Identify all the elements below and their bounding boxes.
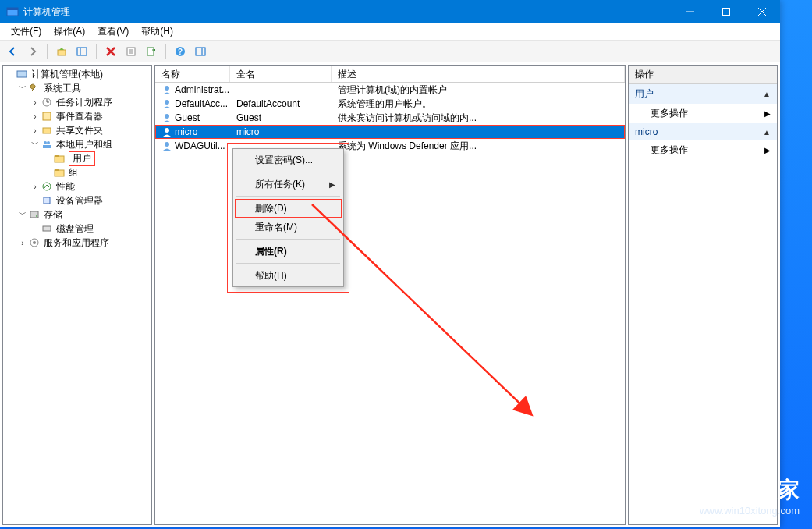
menu-file[interactable]: 文件(F) — [5, 23, 48, 40]
chevron-right-icon: ▶ — [764, 109, 771, 118]
up-button[interactable] — [52, 42, 71, 61]
chevron-right-icon: ▶ — [329, 180, 335, 189]
watermark: Win10之家 www.win10xitong.com — [662, 475, 800, 517]
svg-rect-29 — [55, 170, 64, 176]
tree-services-apps[interactable]: ›服务和应用程序 — [3, 236, 151, 250]
ctx-sep — [236, 239, 340, 240]
toolbar-sep — [47, 44, 48, 59]
toolbar-sep — [96, 44, 97, 59]
menu-help[interactable]: 帮助(H) — [135, 23, 179, 40]
svg-rect-26 — [43, 145, 51, 148]
properties-button[interactable] — [122, 42, 140, 61]
svg-point-42 — [165, 142, 169, 147]
svg-rect-7 — [77, 48, 87, 55]
users-icon — [41, 138, 53, 151]
folder-icon — [53, 166, 66, 179]
windows-logo-icon — [661, 478, 687, 502]
list-row-selected[interactable]: micro micro — [155, 125, 625, 139]
performance-icon — [41, 180, 53, 193]
menubar: 文件(F) 操作(A) 查看(V) 帮助(H) — [0, 23, 780, 41]
actions-group-micro[interactable]: micro▲ — [629, 123, 777, 140]
tree-root[interactable]: 计算机管理(本地) — [3, 67, 151, 81]
tree-shared-folders[interactable]: ›共享文件夹 — [3, 123, 151, 137]
list-row[interactable]: Guest Guest 供来宾访问计算机或访问域的内... — [155, 111, 625, 125]
svg-rect-22 — [43, 112, 51, 120]
svg-rect-15 — [147, 48, 154, 55]
actions-header: 操作 — [629, 66, 777, 84]
svg-rect-28 — [55, 155, 59, 157]
tree-event-viewer[interactable]: ›事件查看器 — [3, 109, 151, 123]
svg-point-25 — [47, 141, 50, 144]
svg-point-38 — [165, 86, 169, 91]
actions-pane: 操作 用户▲ 更多操作▶ micro▲ 更多操作▶ — [628, 65, 778, 525]
tree-storage[interactable]: ﹀存储 — [3, 208, 151, 222]
list-row[interactable]: Administrat... 管理计算机(域)的内置帐户 — [155, 83, 625, 97]
ctx-set-password[interactable]: 设置密码(S)... — [235, 151, 342, 169]
svg-point-41 — [165, 128, 169, 133]
actions-group-users[interactable]: 用户▲ — [629, 84, 777, 104]
app-icon — [6, 5, 19, 18]
actions-more[interactable]: 更多操作▶ — [629, 104, 777, 123]
tree-users[interactable]: 用户 — [3, 151, 151, 165]
svg-rect-23 — [43, 128, 51, 133]
svg-rect-32 — [44, 197, 50, 204]
tree-performance[interactable]: ›性能 — [3, 179, 151, 193]
actions-more[interactable]: 更多操作▶ — [629, 140, 777, 160]
ctx-properties[interactable]: 属性(R) — [235, 242, 342, 261]
maximize-button[interactable] — [708, 0, 744, 23]
tree-system-tools[interactable]: ﹀系统工具 — [3, 81, 151, 95]
list-row[interactable]: WDAGUtil... 系统为 Windows Defender 应用... — [155, 139, 625, 153]
svg-rect-3 — [723, 9, 730, 16]
user-icon — [161, 112, 172, 123]
menu-action[interactable]: 操作(A) — [48, 23, 91, 40]
tree-device-manager[interactable]: 设备管理器 — [3, 193, 151, 208]
svg-rect-27 — [55, 156, 64, 162]
show-actions-button[interactable] — [191, 42, 210, 61]
svg-point-31 — [43, 183, 51, 190]
device-icon — [41, 194, 53, 207]
ctx-help[interactable]: 帮助(H) — [235, 266, 342, 285]
help-button[interactable]: ? — [171, 42, 190, 61]
svg-point-40 — [165, 114, 169, 119]
window-title: 计算机管理 — [23, 5, 672, 19]
col-desc[interactable]: 描述 — [332, 66, 625, 82]
delete-button[interactable] — [101, 42, 120, 61]
export-button[interactable] — [142, 42, 161, 61]
titlebar: 计算机管理 — [0, 0, 780, 23]
col-name[interactable]: 名称 — [155, 66, 230, 82]
computer-icon — [16, 68, 28, 80]
folder-icon — [53, 152, 66, 165]
main-window: 计算机管理 文件(F) 操作(A) 查看(V) 帮助(H) ? 计算机管理(本地… — [0, 0, 780, 527]
svg-rect-18 — [196, 48, 205, 55]
storage-icon — [28, 208, 41, 221]
ctx-sep — [236, 172, 340, 172]
nav-back-button[interactable] — [3, 42, 22, 61]
menu-view[interactable]: 查看(V) — [91, 23, 135, 40]
tree-disk-mgmt[interactable]: 磁盘管理 — [3, 222, 151, 236]
tree-task-scheduler[interactable]: ›任务计划程序 — [3, 95, 151, 109]
svg-point-34 — [36, 215, 37, 217]
svg-rect-30 — [55, 169, 59, 171]
show-hide-tree-button[interactable] — [73, 42, 91, 61]
svg-rect-35 — [43, 226, 51, 231]
ctx-rename[interactable]: 重命名(M) — [235, 218, 342, 236]
list-row[interactable]: DefaultAcc... DefaultAccount 系统管理的用户帐户。 — [155, 97, 625, 111]
nav-forward-button[interactable] — [23, 42, 42, 61]
tree-local-users-groups[interactable]: ﹀本地用户和组 — [3, 137, 151, 151]
list-pane: 名称 全名 描述 Administrat... 管理计算机(域)的内置帐户 De… — [154, 65, 626, 525]
user-icon — [161, 98, 172, 109]
shared-folder-icon — [41, 124, 53, 137]
ctx-sep — [236, 196, 340, 197]
close-button[interactable] — [744, 0, 780, 23]
svg-point-39 — [165, 100, 169, 105]
svg-rect-1 — [7, 8, 18, 10]
tree-groups[interactable]: 组 — [3, 165, 151, 179]
minimize-button[interactable] — [672, 0, 708, 23]
svg-rect-20 — [17, 71, 27, 77]
chevron-up-icon: ▲ — [763, 128, 771, 137]
col-fullname[interactable]: 全名 — [230, 66, 332, 82]
ctx-sep — [236, 263, 340, 264]
user-icon — [161, 84, 172, 95]
ctx-delete[interactable]: 删除(D) — [235, 199, 342, 218]
ctx-all-tasks[interactable]: 所有任务(K)▶ — [235, 175, 342, 193]
